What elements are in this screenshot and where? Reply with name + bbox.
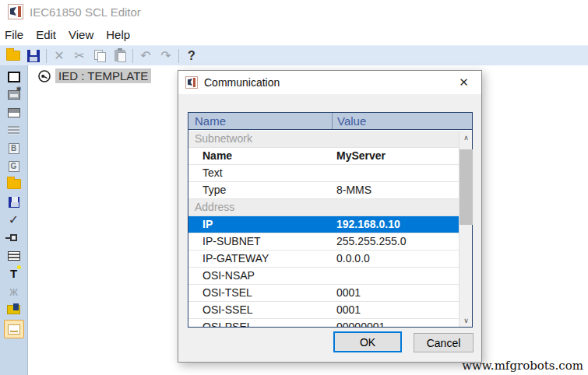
table-row[interactable]: IP192.168.0.10 bbox=[188, 216, 459, 233]
table-row[interactable]: Text bbox=[188, 165, 459, 182]
paste-button[interactable] bbox=[110, 47, 130, 65]
cancel-button[interactable]: Cancel bbox=[414, 333, 474, 352]
row-name: OSI-SSEL bbox=[188, 302, 332, 318]
grid-icon bbox=[8, 251, 20, 261]
export-folder-button[interactable] bbox=[4, 302, 24, 317]
cut-icon: ✂ bbox=[74, 50, 84, 62]
scrollbar-thumb[interactable] bbox=[459, 149, 473, 225]
row-name: IP-SUBNET bbox=[188, 233, 332, 250]
table-row: Subnetwork bbox=[188, 131, 459, 148]
row-value: 0001 bbox=[332, 302, 459, 318]
property-table-body: SubnetworkNameMyServerTextType8-MMSAddre… bbox=[188, 131, 459, 327]
table-row[interactable]: OSI-TSEL0001 bbox=[188, 285, 459, 302]
frame-button[interactable] bbox=[4, 105, 24, 120]
validate-icon: ✓ bbox=[9, 214, 19, 226]
row-name: IP bbox=[188, 216, 332, 233]
row-value bbox=[332, 165, 459, 181]
b-node-icon: B bbox=[9, 143, 19, 154]
table-row[interactable]: NameMyServer bbox=[188, 148, 459, 165]
undo-button[interactable]: ↶ bbox=[136, 47, 156, 65]
row-name: Address bbox=[188, 199, 332, 216]
table-row[interactable]: OSI-PSEL00000001 bbox=[188, 319, 459, 327]
row-name: OSI-NSAP bbox=[188, 268, 332, 284]
row-value: 00000001 bbox=[332, 319, 459, 327]
table-row: Address bbox=[188, 199, 459, 216]
copy-icon bbox=[94, 50, 105, 61]
save-as-icon bbox=[9, 197, 19, 208]
delete-icon: ✕ bbox=[54, 50, 64, 62]
copy-button[interactable] bbox=[90, 47, 110, 65]
g-node-icon: G bbox=[9, 161, 19, 172]
open-file-button[interactable] bbox=[3, 47, 23, 65]
text-button[interactable]: T bbox=[4, 266, 24, 281]
connector-button[interactable] bbox=[4, 230, 24, 245]
row-value: 192.168.0.10 bbox=[332, 216, 459, 233]
scrollbar-down-icon[interactable]: ∨ bbox=[459, 314, 473, 327]
watermark-text: www.mfgrobots.com bbox=[462, 359, 583, 373]
save-icon bbox=[27, 50, 40, 62]
tree-item-ied[interactable]: IED : TEMPLATE bbox=[37, 68, 151, 83]
row-name: Subnetwork bbox=[188, 131, 332, 147]
frame-icon bbox=[8, 108, 20, 117]
export-folder-icon bbox=[7, 305, 20, 314]
dialog-title: Communication bbox=[204, 76, 280, 89]
row-name: OSI-TSEL bbox=[188, 285, 332, 301]
window-button[interactable] bbox=[4, 69, 24, 84]
list-icon bbox=[8, 126, 19, 135]
row-name: IP-GATEWAY bbox=[188, 251, 332, 267]
open-file-icon bbox=[6, 51, 20, 61]
menu-item-file[interactable]: File bbox=[5, 28, 23, 41]
column-header-value[interactable]: Value bbox=[332, 113, 472, 129]
list-button[interactable] bbox=[4, 123, 24, 138]
row-value bbox=[332, 268, 459, 284]
save-button[interactable] bbox=[23, 47, 44, 65]
ok-button[interactable]: OK bbox=[333, 331, 402, 352]
help-button[interactable]: ? bbox=[181, 47, 202, 65]
table-row[interactable]: OSI-NSAP bbox=[188, 268, 459, 285]
panel-button[interactable] bbox=[4, 320, 24, 338]
new-window-button[interactable] bbox=[4, 87, 24, 102]
g-node-button[interactable]: G bbox=[4, 159, 24, 173]
row-name: OSI-PSEL bbox=[188, 319, 332, 327]
delete-button[interactable]: ✕ bbox=[49, 47, 69, 65]
grid-button[interactable] bbox=[4, 248, 24, 263]
column-header-name[interactable]: Name bbox=[188, 113, 332, 129]
app-window: IEC61850 SCL Editor FileEditViewHelp ✕✂↶… bbox=[0, 0, 588, 375]
window-icon bbox=[8, 72, 20, 82]
menu-item-edit[interactable]: Edit bbox=[36, 28, 56, 41]
open-folder-icon bbox=[7, 179, 21, 189]
row-name: Name bbox=[188, 148, 332, 164]
toolbar-separator bbox=[132, 49, 133, 63]
menu-item-view[interactable]: View bbox=[69, 28, 93, 41]
open-folder-button[interactable] bbox=[4, 177, 24, 191]
table-row[interactable]: IP-SUBNET255.255.255.0 bbox=[188, 233, 459, 251]
toolbar-separator bbox=[46, 49, 47, 63]
communication-dialog: Communication ✕ Name Value SubnetworkNam… bbox=[178, 70, 482, 363]
redo-icon: ↷ bbox=[160, 50, 171, 62]
row-value: MyServer bbox=[332, 148, 459, 164]
b-node-button[interactable]: B bbox=[4, 141, 24, 156]
save-as-button[interactable] bbox=[4, 195, 24, 209]
validate-button[interactable]: ✓ bbox=[4, 212, 24, 227]
table-row[interactable]: OSI-SSEL0001 bbox=[188, 302, 459, 319]
dialog-icon bbox=[185, 76, 198, 89]
table-row[interactable]: Type8-MMS bbox=[188, 182, 459, 199]
row-name: Text bbox=[188, 165, 332, 181]
mast-icon: ж bbox=[9, 286, 18, 298]
paste-icon bbox=[114, 50, 125, 61]
mast-button[interactable]: ж bbox=[4, 284, 24, 299]
row-value: 0.0.0.0 bbox=[332, 251, 459, 267]
cut-button[interactable]: ✂ bbox=[69, 47, 90, 65]
table-header: Name Value bbox=[188, 113, 472, 130]
undo-icon: ↶ bbox=[140, 50, 150, 62]
redo-button[interactable]: ↷ bbox=[156, 47, 176, 65]
property-table: Name Value SubnetworkNameMyServerTextTyp… bbox=[188, 112, 473, 328]
side-toolbar: BG✓Tж bbox=[0, 65, 28, 375]
menu-item-help[interactable]: Help bbox=[106, 28, 130, 41]
close-icon[interactable]: ✕ bbox=[446, 71, 481, 93]
vertical-scrollbar[interactable]: ∧ ∨ bbox=[459, 131, 472, 327]
row-value bbox=[332, 131, 459, 147]
scrollbar-up-icon[interactable]: ∧ bbox=[459, 131, 473, 144]
tree-item-label: IED : TEMPLATE bbox=[55, 68, 151, 83]
table-row[interactable]: IP-GATEWAY0.0.0.0 bbox=[188, 251, 459, 268]
